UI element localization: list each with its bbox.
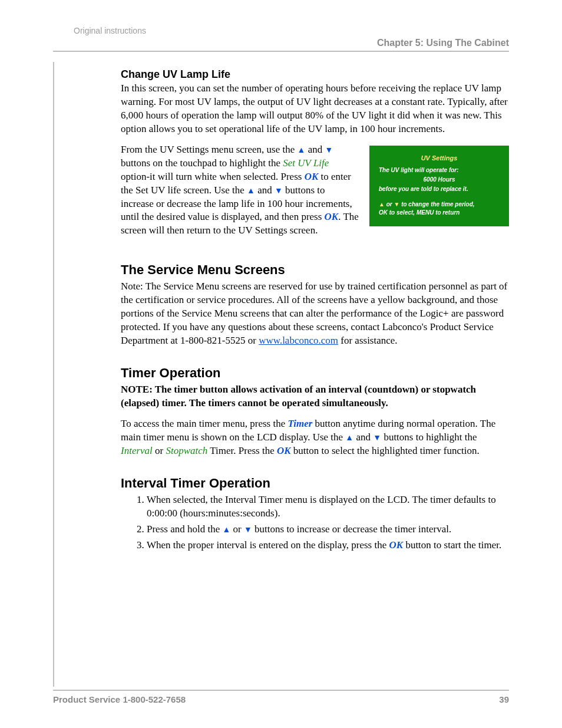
set-uv-life-label: Set UV Life [283,157,329,169]
txt: option-it will turn white when selected.… [121,171,305,182]
up-arrow-icon: ▲ [345,433,353,442]
page-footer: Product Service 1-800-522-7658 39 [53,690,509,704]
timer-note: NOTE: The timer button allows activation… [121,383,509,410]
txt: or [230,523,244,535]
txt: From the UV Settings menu screen, use th… [121,144,297,155]
heading-service-menu-screens: The Service Menu Screens [121,262,509,278]
txt: and [305,144,325,155]
uv-hint-or: or [386,201,392,207]
page-number: 39 [499,694,509,704]
txt: When the proper interval is entered on t… [147,539,389,551]
down-arrow-icon: ▼ [394,201,399,207]
uv-settings-lcd-panel: UV Settings The UV light will operate fo… [369,146,509,226]
txt: button to select the highlighted timer f… [291,445,480,456]
txt: Press and hold the [147,523,222,535]
txt: buttons on the touchpad to highlight the [121,157,283,169]
txt: and [255,185,275,196]
txt: and [353,431,373,443]
chapter-heading: Chapter 5: Using The Cabinet [53,38,509,51]
down-arrow-icon: ▼ [275,186,283,195]
timer-paragraph: To access the main timer menu, press the… [121,417,509,458]
product-service-label: Product Service 1-800-522-7658 [53,694,186,704]
timer-button-label: Timer [287,418,312,429]
txt: buttons to increase or decrease the time… [252,523,451,535]
txt: for assistance. [338,335,398,346]
uv-panel-title: UV Settings [379,154,500,163]
up-arrow-icon: ▲ [222,525,230,534]
uv-panel-line2: before you are told to replace it. [379,185,500,193]
txt: button to start the timer. [403,539,501,551]
up-arrow-icon: ▲ [297,146,306,154]
left-margin-rule [53,62,54,687]
labconco-link[interactable]: www.labconco.com [259,335,338,346]
heading-interval-timer-operation: Interval Timer Operation [121,476,509,491]
txt: Timer. Press the [207,445,277,456]
ok-button-label: OK [305,171,319,182]
uv-panel-line1: The UV light will operate for: [379,166,500,174]
uv-panel-hours: 6000 Hours [379,176,500,184]
ok-button-label: OK [389,539,404,551]
down-arrow-icon: ▼ [244,525,252,534]
uv-panel-hint: ▲ or ▼ to change the time period, OK to … [379,200,500,217]
list-item: When the proper interval is entered on t… [147,539,509,552]
list-item: Press and hold the ▲ or ▼ buttons to inc… [147,523,509,536]
heading-timer-operation: Timer Operation [121,365,509,381]
service-menu-paragraph: Note: The Service Menu screens are reser… [121,280,509,348]
ok-button-label: OK [277,445,291,456]
txt: buttons to highlight the [381,431,477,443]
original-instructions-label: Original instructions [74,26,509,35]
uv-hint-b: to change the time period, [401,201,474,207]
txt: or [153,445,166,456]
interval-label: Interval [121,445,153,456]
heading-change-uv-lamp-life: Change UV Lamp Life [121,68,509,81]
down-arrow-icon: ▼ [325,146,333,154]
stopwatch-label: Stopwatch [166,445,208,456]
up-arrow-icon: ▲ [247,186,255,195]
header-rule [53,51,509,52]
txt: To access the main timer menu, press the [121,418,287,429]
interval-timer-steps: When selected, the Interval Timer menu i… [134,493,509,552]
ok-button-label: OK [325,211,339,222]
up-arrow-icon: ▲ [379,201,385,207]
list-item: When selected, the Interval Timer menu i… [147,493,509,521]
down-arrow-icon: ▼ [373,433,381,442]
uv-life-paragraph-1: In this screen, you can set the number o… [121,82,509,136]
uv-hint-c: OK to select, MENU to return [379,209,459,216]
